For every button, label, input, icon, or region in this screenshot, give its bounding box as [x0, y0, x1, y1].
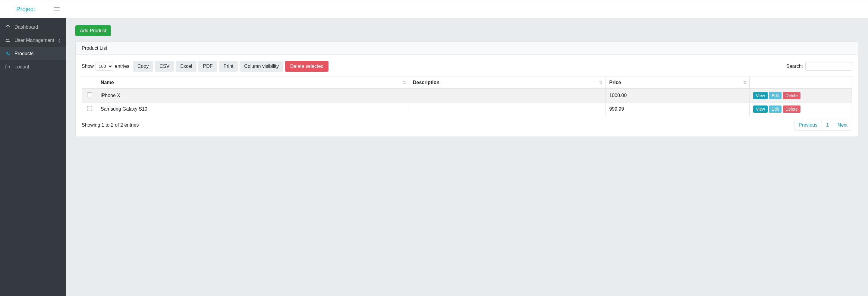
pagination-page-1[interactable]: 1 — [822, 120, 833, 130]
export-csv-button[interactable]: CSV — [155, 61, 174, 72]
hamburger-icon — [53, 5, 60, 13]
cell-name: iPhone X — [97, 89, 409, 102]
search-control: Search: — [786, 62, 852, 70]
products-table: Name ⇅ Description ⇅ Price ⇅ — [82, 77, 852, 116]
brand-link[interactable]: Project — [16, 6, 35, 13]
view-button[interactable]: View — [753, 92, 768, 99]
table-info: Showing 1 to 2 of 2 entries — [82, 122, 138, 128]
column-header-description[interactable]: Description ⇅ — [409, 77, 606, 89]
sidebar-item-user-management[interactable]: User Management ❮ — [0, 34, 66, 47]
users-icon — [5, 37, 11, 43]
edit-button[interactable]: Edit — [769, 106, 781, 113]
table-row: iPhone X 1000.00 View Edit Delete — [82, 89, 852, 102]
column-header-name[interactable]: Name ⇅ — [97, 77, 409, 89]
main-content: Add Product Product List Show 100 entrie… — [66, 18, 868, 296]
add-product-button[interactable]: Add Product — [75, 25, 111, 36]
export-pdf-button[interactable]: PDF — [198, 61, 217, 72]
cell-price: 999.99 — [606, 102, 749, 116]
length-select[interactable]: 100 — [96, 62, 113, 70]
column-label: Name — [101, 80, 114, 85]
column-header-price[interactable]: Price ⇅ — [606, 77, 749, 89]
sidebar-item-products[interactable]: Products — [0, 47, 66, 60]
sidebar-item-label: User Management — [14, 38, 58, 43]
row-select-checkbox[interactable] — [87, 92, 92, 97]
cell-description — [409, 102, 606, 116]
table-footer: Showing 1 to 2 of 2 entries Previous 1 N… — [82, 120, 852, 130]
delete-button[interactable]: Delete — [783, 106, 800, 113]
table-toolbar: Show 100 entries Copy CSV Excel PDF Prin… — [82, 61, 852, 72]
cogs-icon — [5, 51, 11, 57]
column-visibility-button[interactable]: Column visibility — [240, 61, 283, 72]
chevron-left-icon: ❮ — [58, 38, 61, 42]
sort-icon: ⇅ — [403, 81, 406, 85]
search-label: Search: — [786, 64, 803, 69]
product-list-panel: Product List Show 100 entries Copy CSV E… — [75, 41, 858, 137]
sidebar-item-logout[interactable]: Logout — [0, 60, 66, 73]
column-header-actions — [749, 77, 852, 89]
show-label: Show — [82, 64, 94, 69]
dashboard-icon — [5, 24, 11, 30]
pagination-previous[interactable]: Previous — [795, 120, 822, 130]
delete-selected-button[interactable]: Delete selected — [285, 61, 329, 72]
column-label: Description — [413, 80, 439, 85]
delete-button[interactable]: Delete — [783, 92, 800, 99]
panel-title: Product List — [76, 42, 858, 55]
edit-button[interactable]: Edit — [769, 92, 781, 99]
length-control: Show 100 entries — [82, 62, 129, 70]
svg-point-3 — [6, 39, 8, 40]
table-row: Samsung Galaxy S10 999.99 View Edit Dele… — [82, 102, 852, 116]
topbar: Project — [0, 0, 868, 18]
view-button[interactable]: View — [753, 106, 768, 113]
sidebar-item-dashboard[interactable]: Dashboard — [0, 21, 66, 34]
entries-label: entries — [115, 64, 129, 69]
sidebar-item-label: Dashboard — [14, 24, 61, 30]
row-select-checkbox[interactable] — [87, 106, 92, 111]
cell-price: 1000.00 — [606, 89, 749, 102]
sort-icon: ⇅ — [743, 81, 746, 85]
sidebar-item-label: Products — [14, 51, 61, 56]
logout-icon — [5, 64, 11, 70]
column-header-select[interactable] — [82, 77, 97, 89]
search-input[interactable] — [805, 62, 852, 70]
export-copy-button[interactable]: Copy — [133, 61, 153, 72]
pagination-next[interactable]: Next — [833, 120, 852, 130]
pagination: Previous 1 Next — [794, 120, 852, 130]
svg-point-4 — [8, 39, 9, 40]
sidebar: Dashboard User Management ❮ Products Log… — [0, 18, 66, 296]
menu-toggle[interactable] — [53, 5, 60, 13]
cell-description — [409, 89, 606, 102]
sort-icon: ⇅ — [599, 81, 602, 85]
column-label: Price — [609, 80, 621, 85]
export-excel-button[interactable]: Excel — [176, 61, 196, 72]
sidebar-item-label: Logout — [14, 64, 61, 70]
cell-name: Samsung Galaxy S10 — [97, 102, 409, 116]
export-print-button[interactable]: Print — [219, 61, 238, 72]
